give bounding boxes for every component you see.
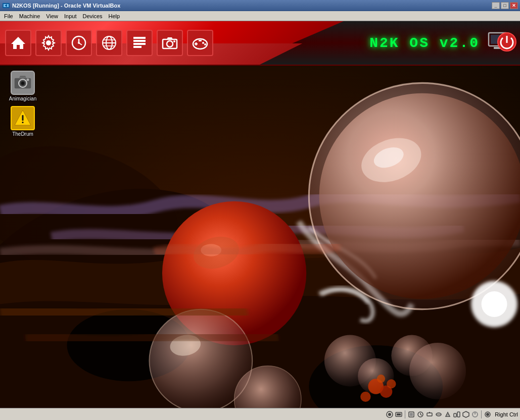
vm-camera-button[interactable] [157, 30, 183, 56]
svg-point-62 [387, 379, 396, 388]
title-text: N2KOS [Running] - Oracle VM VirtualBox [12, 3, 120, 9]
vm-header: N2K OS v2.0 [0, 21, 520, 66]
status-icon-9[interactable] [462, 410, 470, 418]
svg-rect-70 [22, 115, 24, 121]
animagician-label: Animagician [9, 96, 36, 102]
status-bar: Right Ctrl [0, 408, 520, 420]
svg-point-73 [388, 413, 391, 416]
clock-icon [71, 35, 87, 51]
status-icon-5[interactable] [426, 410, 434, 418]
menu-machine[interactable]: Machine [16, 12, 43, 20]
close-button[interactable]: ✕ [510, 2, 518, 9]
vm-clock-button[interactable] [66, 30, 92, 56]
home-icon [10, 35, 26, 51]
svg-rect-86 [454, 413, 456, 417]
menu-help[interactable]: Help [106, 12, 123, 20]
svg-point-41 [319, 93, 520, 299]
power-icon [496, 31, 518, 53]
thedrum-label: TheDrum [12, 131, 33, 137]
svg-rect-26 [199, 40, 202, 41]
warning-app-icon [13, 108, 33, 128]
vm-taskbar-icons [5, 30, 213, 56]
svg-marker-3 [11, 37, 25, 49]
svg-rect-82 [429, 412, 430, 413]
status-icon-2[interactable] [395, 410, 403, 418]
svg-rect-75 [397, 413, 401, 415]
svg-line-80 [420, 414, 422, 415]
status-icon-3[interactable] [407, 410, 415, 418]
animagician-icon-img [11, 71, 35, 95]
svg-marker-88 [463, 411, 469, 417]
svg-point-24 [202, 42, 204, 44]
svg-point-20 [173, 40, 175, 42]
vm-wrapper: N2K OS v2.0 [0, 21, 520, 408]
vm-network-button[interactable] [96, 30, 122, 56]
status-divider-1 [405, 410, 405, 418]
status-icon-4[interactable] [416, 410, 424, 418]
svg-rect-81 [427, 413, 432, 416]
vm-home-button[interactable] [5, 30, 31, 56]
svg-point-4 [46, 40, 51, 45]
svg-point-57 [409, 343, 466, 399]
svg-point-66 [21, 82, 24, 85]
status-divider-2 [481, 410, 482, 418]
svg-point-61 [377, 375, 385, 383]
restore-button[interactable]: □ [501, 2, 509, 9]
vm-desktop[interactable]: Animagician TheDrum [0, 66, 520, 408]
minimize-button[interactable]: _ [492, 2, 500, 9]
status-icon-7[interactable] [444, 410, 452, 418]
svg-point-91 [486, 413, 489, 416]
files-icon [131, 35, 148, 51]
os-version-text: N2K OS v2.0 [369, 35, 480, 51]
camera-icon [162, 35, 178, 51]
svg-rect-17 [133, 46, 141, 48]
title-bar-controls: _ □ ✕ [492, 2, 518, 9]
gamepad-icon [192, 35, 208, 51]
right-ctrl-label: Right Ctrl [495, 411, 518, 417]
menu-bar: File Machine View Input Devices Help [0, 11, 520, 21]
title-bar: N2KOS [Running] - Oracle VM VirtualBox _… [0, 0, 520, 11]
status-icon-8[interactable] [453, 410, 461, 418]
desktop-icon-thedrum[interactable]: TheDrum [5, 106, 40, 137]
svg-point-67 [27, 79, 29, 81]
svg-point-48 [482, 291, 507, 317]
vm-settings-button[interactable] [35, 30, 62, 56]
status-icon-1[interactable] [386, 410, 394, 418]
vm-power-area [496, 31, 518, 55]
virtualbox-icon [2, 2, 10, 10]
status-icon-settings[interactable] [484, 410, 492, 418]
camera-app-icon [14, 74, 32, 92]
vm-gamepad-button[interactable] [187, 30, 213, 56]
desktop-icon-animagician[interactable]: Animagician [5, 71, 40, 102]
desktop-icons: Animagician TheDrum [5, 71, 40, 137]
svg-rect-77 [410, 413, 413, 416]
globe-icon [101, 35, 117, 51]
wallpaper [0, 66, 520, 408]
svg-rect-15 [133, 40, 146, 42]
svg-point-19 [167, 41, 173, 47]
menu-file[interactable]: File [1, 12, 16, 20]
vm-files-button[interactable] [126, 30, 153, 56]
svg-point-25 [204, 43, 206, 45]
svg-point-59 [360, 392, 370, 402]
menu-devices[interactable]: Devices [79, 12, 105, 20]
vm-branding: N2K OS v2.0 [369, 35, 480, 51]
svg-rect-71 [22, 122, 24, 123]
gear-icon [40, 35, 57, 51]
status-icon-6[interactable] [435, 410, 443, 418]
svg-rect-14 [133, 37, 146, 39]
menu-view[interactable]: View [43, 12, 61, 20]
svg-rect-16 [133, 43, 146, 45]
svg-point-8 [78, 42, 80, 44]
menu-input[interactable]: Input [61, 12, 79, 20]
status-icon-10[interactable] [471, 410, 479, 418]
thedrum-icon-img [11, 106, 35, 130]
title-bar-left: N2KOS [Running] - Oracle VM VirtualBox [2, 2, 120, 10]
svg-rect-87 [457, 412, 460, 417]
